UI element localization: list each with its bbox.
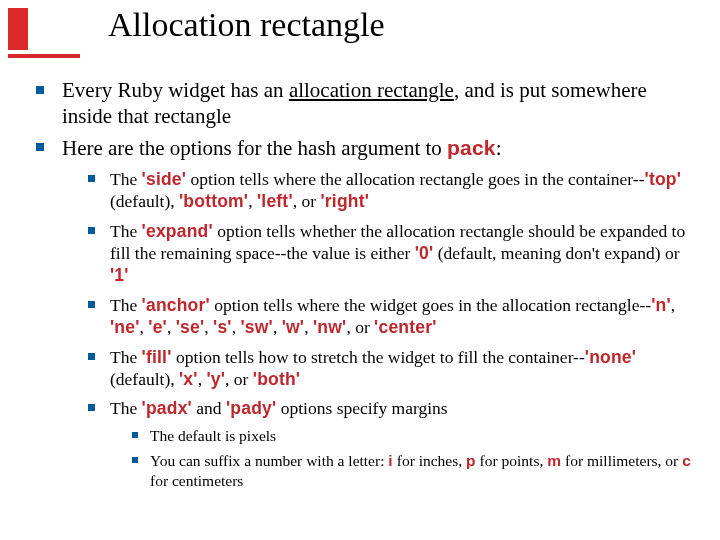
text: , [304, 317, 313, 337]
text: , [140, 317, 149, 337]
text: options specify margins [276, 398, 447, 418]
text: Here are the options for the hash argume… [62, 136, 447, 160]
code-c: c [682, 452, 691, 469]
bullet-unit-suffix: You can suffix a number with a letter: i… [132, 451, 696, 491]
code-p: p [466, 452, 476, 469]
code-zero: '0' [415, 243, 434, 263]
bullet-fill-option: The 'fill' option tells how to stretch t… [88, 346, 696, 391]
text: for millimeters, or [561, 452, 682, 469]
accent-bar [8, 8, 28, 50]
code-pady: 'pady' [226, 398, 276, 418]
code-none: 'none' [585, 347, 636, 367]
slide-title: Allocation rectangle [108, 6, 385, 44]
code-w: 'w' [282, 317, 305, 337]
code-right: 'right' [320, 191, 369, 211]
slide-body: Every Ruby widget has an allocation rect… [36, 78, 696, 498]
bullet-expand-option: The 'expand' option tells whether the al… [88, 220, 696, 287]
text: and [192, 398, 226, 418]
text: option tells where the allocation rectan… [186, 169, 644, 189]
text: The [110, 347, 142, 367]
text: option tells where the widget goes in th… [210, 295, 651, 315]
code-one: '1' [110, 265, 129, 285]
text: The [110, 398, 142, 418]
text: , [167, 317, 176, 337]
code-center: 'center' [374, 317, 436, 337]
code-nw: 'nw' [313, 317, 346, 337]
code-left: 'left' [257, 191, 293, 211]
bullet-list-level3: The default is pixels You can suffix a n… [110, 426, 696, 491]
code-x: 'x' [179, 369, 198, 389]
code-anchor: 'anchor' [142, 295, 210, 315]
code-top: 'top' [645, 169, 682, 189]
text: for centimeters [150, 472, 243, 489]
code-n: 'n' [651, 295, 671, 315]
text: The [110, 169, 142, 189]
text: You can suffix a number with a letter: [150, 452, 388, 469]
bullet-list-level2: The 'side' option tells where the alloca… [62, 168, 696, 491]
accent-underline [8, 54, 80, 58]
code-expand: 'expand' [142, 221, 213, 241]
text: , [204, 317, 213, 337]
text: , [671, 295, 675, 315]
code-bottom: 'bottom' [179, 191, 248, 211]
bullet-list-level1: Every Ruby widget has an allocation rect… [36, 78, 696, 491]
code-se: 'se' [176, 317, 205, 337]
text: (default), [110, 369, 179, 389]
text: for points, [476, 452, 547, 469]
text: option tells how to stretch the widget t… [172, 347, 585, 367]
code-both: 'both' [253, 369, 300, 389]
text: for inches, [393, 452, 466, 469]
text: (default, meaning don't expand) or [433, 243, 679, 263]
text: (default), [110, 191, 179, 211]
code-y: 'y' [206, 369, 225, 389]
bullet-pad-option: The 'padx' and 'pady' options specify ma… [88, 397, 696, 491]
code-fill: 'fill' [142, 347, 172, 367]
code-side: 'side' [142, 169, 187, 189]
text: , or [225, 369, 253, 389]
code-pack: pack [447, 136, 496, 159]
text: , [248, 191, 257, 211]
bullet-options-intro: Here are the options for the hash argume… [36, 135, 696, 491]
text: : [496, 136, 502, 160]
text: The [110, 295, 142, 315]
code-sw: 'sw' [240, 317, 272, 337]
bullet-side-option: The 'side' option tells where the alloca… [88, 168, 696, 213]
underlined-term: allocation rectangle [289, 78, 454, 102]
code-e: 'e' [148, 317, 167, 337]
text: Every Ruby widget has an [62, 78, 289, 102]
code-padx: 'padx' [142, 398, 192, 418]
bullet-default-pixels: The default is pixels [132, 426, 696, 446]
bullet-allocation-rectangle: Every Ruby widget has an allocation rect… [36, 78, 696, 129]
text: , [273, 317, 282, 337]
bullet-anchor-option: The 'anchor' option tells where the widg… [88, 294, 696, 339]
code-s: 's' [213, 317, 232, 337]
text: , or [346, 317, 374, 337]
slide: Allocation rectangle Every Ruby widget h… [0, 0, 720, 540]
text: The [110, 221, 142, 241]
text: , or [293, 191, 321, 211]
code-m: m [547, 452, 561, 469]
text: The default is pixels [150, 427, 276, 444]
code-ne: 'ne' [110, 317, 140, 337]
